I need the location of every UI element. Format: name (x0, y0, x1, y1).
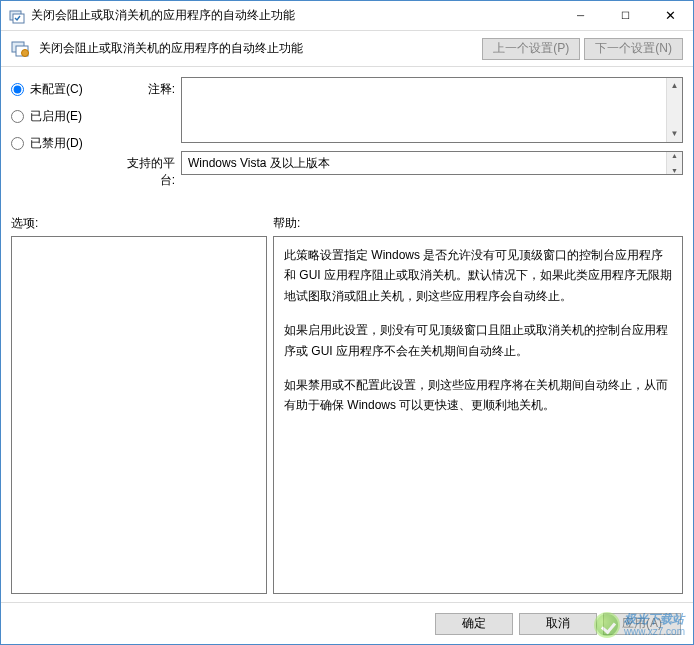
state-radio-group: 未配置(C) 已启用(E) 已禁用(D) (11, 77, 121, 197)
help-paragraph: 此策略设置指定 Windows 是否允许没有可见顶级窗口的控制台应用程序和 GU… (284, 245, 672, 306)
content-panes: 此策略设置指定 Windows 是否允许没有可见顶级窗口的控制台应用程序和 GU… (1, 236, 693, 602)
maximize-button[interactable]: ☐ (603, 1, 648, 30)
fields-column: 注释: ▲ ▼ 支持的平台: Windows Vista 及以上版本 ▲ ▼ (121, 77, 683, 197)
comment-label: 注释: (121, 77, 181, 143)
radio-disabled-label: 已禁用(D) (30, 135, 83, 152)
platform-field[interactable]: Windows Vista 及以上版本 ▲ ▼ (181, 151, 683, 175)
window-title: 关闭会阻止或取消关机的应用程序的自动终止功能 (31, 7, 558, 24)
toolbar-heading: 关闭会阻止或取消关机的应用程序的自动终止功能 (39, 40, 478, 57)
titlebar: 关闭会阻止或取消关机的应用程序的自动终止功能 ─ ☐ ✕ (1, 1, 693, 31)
help-paragraph: 如果启用此设置，则没有可见顶级窗口且阻止或取消关机的控制台应用程序或 GUI 应… (284, 320, 672, 361)
radio-enabled-input[interactable] (11, 110, 24, 123)
next-setting-button[interactable]: 下一个设置(N) (584, 38, 683, 60)
radio-not-configured[interactable]: 未配置(C) (11, 81, 121, 98)
help-pane[interactable]: 此策略设置指定 Windows 是否允许没有可见顶级窗口的控制台应用程序和 GU… (273, 236, 683, 594)
radio-enabled-label: 已启用(E) (30, 108, 82, 125)
toolbar: 关闭会阻止或取消关机的应用程序的自动终止功能 上一个设置(P) 下一个设置(N) (1, 31, 693, 67)
comment-textarea[interactable]: ▲ ▼ (181, 77, 683, 143)
radio-enabled[interactable]: 已启用(E) (11, 108, 121, 125)
previous-setting-button[interactable]: 上一个设置(P) (482, 38, 580, 60)
platform-value: Windows Vista 及以上版本 (188, 156, 330, 170)
cancel-button[interactable]: 取消 (519, 613, 597, 635)
comment-scrollbar[interactable]: ▲ ▼ (666, 78, 682, 142)
dialog-footer: 确定 取消 应用(A) 极光下载站 www.xz7.com (1, 602, 693, 644)
platform-row: 支持的平台: Windows Vista 及以上版本 ▲ ▼ (121, 151, 683, 189)
ok-button[interactable]: 确定 (435, 613, 513, 635)
minimize-button[interactable]: ─ (558, 1, 603, 30)
radio-not-configured-label: 未配置(C) (30, 81, 83, 98)
radio-disabled[interactable]: 已禁用(D) (11, 135, 121, 152)
comment-row: 注释: ▲ ▼ (121, 77, 683, 143)
options-section-label: 选项: (11, 215, 273, 232)
scroll-up-icon[interactable]: ▲ (667, 78, 682, 94)
radio-disabled-input[interactable] (11, 137, 24, 150)
close-button[interactable]: ✕ (648, 1, 693, 30)
svg-point-4 (22, 49, 29, 56)
radio-not-configured-input[interactable] (11, 83, 24, 96)
scroll-down-icon[interactable]: ▼ (667, 126, 682, 142)
config-area: 未配置(C) 已启用(E) 已禁用(D) 注释: ▲ ▼ (1, 67, 693, 197)
scroll-up-icon[interactable]: ▲ (667, 152, 682, 159)
app-icon (9, 8, 25, 24)
platform-label: 支持的平台: (121, 151, 181, 189)
window-controls: ─ ☐ ✕ (558, 1, 693, 30)
scroll-down-icon[interactable]: ▼ (667, 167, 682, 174)
platform-scrollbar[interactable]: ▲ ▼ (666, 152, 682, 174)
policy-icon (11, 39, 31, 59)
apply-button[interactable]: 应用(A) (603, 613, 681, 635)
options-pane[interactable] (11, 236, 267, 594)
section-labels: 选项: 帮助: (1, 197, 693, 236)
help-section-label: 帮助: (273, 215, 683, 232)
dialog-window: 关闭会阻止或取消关机的应用程序的自动终止功能 ─ ☐ ✕ 关闭会阻止或取消关机的… (0, 0, 694, 645)
help-paragraph: 如果禁用或不配置此设置，则这些应用程序将在关机期间自动终止，从而有助于确保 Wi… (284, 375, 672, 416)
